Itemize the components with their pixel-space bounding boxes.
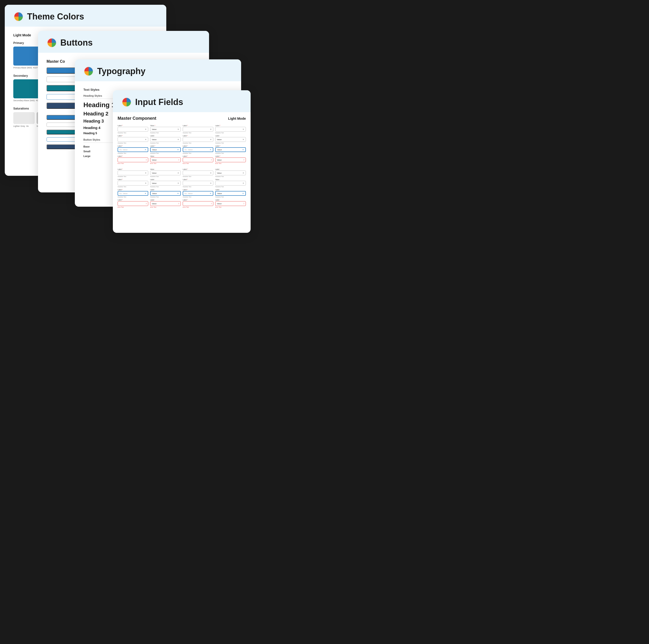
input-box-5-4[interactable]: Value✕ bbox=[215, 171, 246, 175]
buttons-title: Buttons bbox=[60, 38, 93, 48]
input-box-4-3[interactable]: ! bbox=[183, 158, 213, 162]
input-label-2-2: Label bbox=[150, 135, 181, 137]
input-logo-icon bbox=[121, 97, 132, 108]
mc-title: Master Component bbox=[118, 116, 156, 121]
input-box-1-4[interactable]: ✕ bbox=[215, 127, 246, 132]
input-label-5-2: Value bbox=[150, 168, 181, 170]
input-label-6-2: Label bbox=[150, 179, 181, 180]
input-box-6-2[interactable]: Value✕ bbox=[150, 181, 181, 185]
input-label-2-1: Label * bbox=[118, 135, 148, 137]
input-error-8-1: Error Text bbox=[118, 206, 148, 208]
input-label-2-4: Label bbox=[215, 135, 246, 137]
input-box-7-3[interactable]: Ex. Value✕ bbox=[183, 191, 213, 196]
input-wrap-8-4: Label Value! Error Text bbox=[215, 199, 246, 208]
input-label-4-3: Label * bbox=[183, 155, 213, 157]
input-wrap-3-1: Label * Ex. Value✕ Assistive Text bbox=[118, 145, 148, 154]
input-wrap-7-1: Label * Ex. Value✕ Assistive Text bbox=[118, 189, 148, 198]
input-box-5-1[interactable]: ✕ bbox=[118, 171, 148, 175]
input-box-3-2[interactable]: Value✕ bbox=[150, 147, 181, 152]
input-box-3-1[interactable]: Ex. Value✕ bbox=[118, 147, 148, 152]
input-wrap-7-2: Label Value✕ Assistive Text bbox=[150, 189, 181, 198]
input-label-7-2: Label bbox=[150, 189, 181, 190]
input-wrap-5-1: Label * ✕ Assistive Text bbox=[118, 168, 148, 177]
input-assistive-3-4: Assistive Text bbox=[215, 153, 246, 154]
buttons-header: Buttons bbox=[38, 31, 209, 53]
input-row-3: Label * Ex. Value✕ Assistive Text Label … bbox=[118, 145, 246, 154]
input-box-6-4[interactable]: ✕ bbox=[215, 181, 246, 185]
input-assistive-6-4: Assistive Text bbox=[215, 186, 246, 187]
input-wrap-6-4: Value ✕ Assistive Text bbox=[215, 179, 246, 187]
input-label-4-1: Label * bbox=[118, 155, 148, 157]
input-wrap-4-3: Label * ! Error Text bbox=[183, 155, 213, 164]
input-assistive-3-3: Assistive Text bbox=[183, 153, 213, 154]
master-component-header: Master Component Light Mode bbox=[118, 116, 246, 121]
input-assistive-7-4: Assistive Text bbox=[215, 196, 246, 198]
input-box-6-1[interactable]: ✕ bbox=[118, 181, 148, 185]
input-label-8-2: Label bbox=[150, 199, 181, 201]
input-wrap-6-2: Label Value✕ Assistive Text bbox=[150, 179, 181, 187]
input-assistive-7-3: Assistive Text bbox=[183, 196, 213, 198]
input-row-6: Label * ✕ Assistive Text Label Value✕ As… bbox=[118, 179, 246, 187]
input-box-2-1[interactable]: ✕ bbox=[118, 137, 148, 142]
input-row-7: Label * Ex. Value✕ Assistive Text Label … bbox=[118, 189, 246, 198]
input-assistive-6-3: Assistive Text bbox=[183, 186, 213, 187]
input-label-8-3: Label * bbox=[183, 199, 213, 201]
input-label-7-1: Label * bbox=[118, 189, 148, 190]
input-wrap-2-1: Label * ✕ Assistive Text bbox=[118, 135, 148, 144]
input-box-8-4[interactable]: Value! bbox=[215, 201, 246, 206]
input-label-7-4: Label bbox=[215, 189, 246, 190]
input-wrap-8-2: Label Value! Error Text bbox=[150, 199, 181, 208]
primary-swatch bbox=[13, 47, 39, 66]
input-box-8-1[interactable]: ! bbox=[118, 201, 148, 206]
input-box-3-4[interactable]: Value✕ bbox=[215, 147, 246, 152]
input-box-8-3[interactable]: ! bbox=[183, 201, 213, 206]
input-box-8-2[interactable]: Value! bbox=[150, 201, 181, 206]
input-error-4-3: Error Text bbox=[183, 163, 213, 164]
input-assistive-2-2: Assistive Text bbox=[150, 142, 181, 144]
input-label-3-2: Label * bbox=[150, 145, 181, 147]
input-assistive-5-4: Assistive Text bbox=[215, 176, 246, 177]
input-wrap-1-1: Label * ✕ Assistive Text bbox=[118, 125, 148, 133]
input-section-1: Label * ✕ Assistive Text Value * Value✕ … bbox=[118, 125, 246, 164]
input-box-3-3[interactable]: Ex. Value✕ bbox=[183, 147, 213, 152]
input-label-3-1: Label * bbox=[118, 145, 148, 147]
input-label-5-1: Label * bbox=[118, 168, 148, 170]
theme-colors-title: Theme Colors bbox=[27, 12, 84, 22]
input-row-5: Label * ✕ Assistive Text Value Value✕ As… bbox=[118, 168, 246, 177]
input-wrap-4-4: Label * Value! Error Text bbox=[215, 155, 246, 164]
input-box-7-4[interactable]: Value✕ bbox=[215, 191, 246, 196]
input-fields-card: Input Fields Master Component Light Mode… bbox=[113, 90, 251, 233]
logo-icon bbox=[13, 11, 24, 22]
input-box-4-4[interactable]: Value! bbox=[215, 158, 246, 162]
input-assistive-7-1: Assistive Text bbox=[118, 196, 148, 198]
input-wrap-7-4: Label Value✕ Assistive Text bbox=[215, 189, 246, 198]
input-box-2-3[interactable]: ✕ bbox=[183, 137, 213, 142]
input-box-4-1[interactable]: ! bbox=[118, 158, 148, 162]
lighter-grey-caption: Lighter Grey #e bbox=[13, 125, 35, 127]
input-label-1-1: Label * bbox=[118, 125, 148, 126]
input-box-4-2[interactable]: Value! bbox=[150, 158, 181, 162]
input-box-6-3[interactable]: ✕ bbox=[183, 181, 213, 185]
input-assistive-1-3: Assistive Text bbox=[183, 132, 213, 133]
input-error-8-3: Error Text bbox=[183, 206, 213, 208]
input-box-7-2[interactable]: Value✕ bbox=[150, 191, 181, 196]
input-box-7-1[interactable]: Ex. Value✕ bbox=[118, 191, 148, 196]
input-box-1-3[interactable]: ✕ bbox=[183, 127, 213, 132]
input-wrap-3-2: Label * Value✕ Assistive Text bbox=[150, 145, 181, 154]
input-wrap-7-3: Label * Ex. Value✕ Assistive Text bbox=[183, 189, 213, 198]
input-assistive-5-1: Assistive Text bbox=[118, 176, 148, 177]
input-box-5-3[interactable]: ✕ bbox=[183, 171, 213, 175]
input-row-8: Label * ! Error Text Label Value! Error … bbox=[118, 199, 246, 208]
input-box-1-1[interactable]: ✕ bbox=[118, 127, 148, 132]
input-box-1-2[interactable]: Value✕ bbox=[150, 127, 181, 132]
input-label-3-3: Label * bbox=[183, 145, 213, 147]
input-box-2-4[interactable]: Value✕ bbox=[215, 137, 246, 142]
input-fields-title: Input Fields bbox=[135, 97, 183, 107]
typography-header: Typography bbox=[75, 59, 241, 81]
input-box-5-2[interactable]: Value✕ bbox=[150, 171, 181, 175]
input-label-4-4: Label * bbox=[215, 155, 246, 157]
input-box-2-2[interactable]: Value✕ bbox=[150, 137, 181, 142]
input-wrap-2-4: Label Value✕ Assistive Text bbox=[215, 135, 246, 144]
input-error-8-4: Error Text bbox=[215, 206, 246, 208]
typography-logo-icon bbox=[83, 66, 94, 77]
